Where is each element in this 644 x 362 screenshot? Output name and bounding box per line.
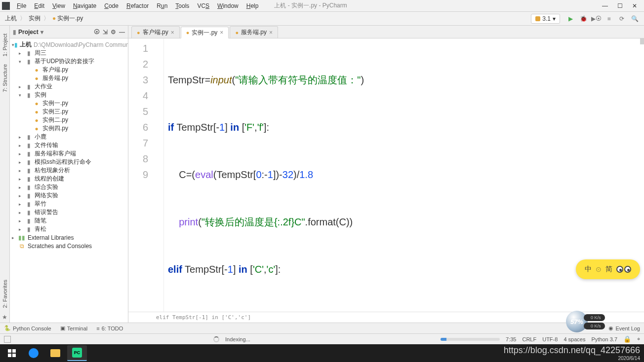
chevron-down-icon: ▾ — [553, 15, 556, 22]
maximize-button[interactable]: ☐ — [612, 1, 627, 11]
menu-file[interactable]: File — [13, 1, 30, 10]
update-running-button[interactable]: ⟳ — [617, 14, 627, 24]
editor-tab[interactable]: ●客户端.py× — [131, 26, 180, 38]
editor-area: ●客户端.py× ●实例一.py× ●服务端.py× 123456789 Tem… — [128, 26, 644, 323]
tree-folder[interactable]: ▸▮粘包现象分析 — [10, 166, 128, 175]
run-config-selector[interactable]: 3.1 ▾ — [531, 14, 560, 24]
app-logo — [2, 2, 10, 10]
taskbar-app[interactable] — [24, 345, 43, 361]
menu-run[interactable]: Run — [153, 1, 171, 10]
breadcrumb-file[interactable]: ●实例一.py — [50, 14, 85, 23]
run-with-coverage-button[interactable]: ▶⦿ — [591, 14, 601, 24]
tree-scratches[interactable]: ⧉Scratches and Consoles — [10, 242, 128, 250]
close-button[interactable]: ✕ — [627, 1, 642, 11]
menu-tools[interactable]: Tools — [171, 1, 193, 10]
chevron-down-icon[interactable]: ▾ — [40, 29, 43, 36]
goto-line-icon[interactable]: ⌖ — [637, 336, 640, 342]
project-header-title: Project — [18, 29, 39, 36]
favorites-star-icon: ★ — [2, 312, 7, 323]
code-editor[interactable]: 123456789 TempStr=input("请输入带有符号的温度值：") … — [128, 38, 644, 312]
tree-folder[interactable]: ▸▮大作业 — [10, 82, 128, 91]
project-panel: ▮ Project ▾ ⦿ ⇲ ⚙ — ▾▮上机D:\QMDownload\Py… — [10, 26, 128, 323]
tree-folder[interactable]: ▸▮网络实验 — [10, 191, 128, 200]
python-icon — [535, 16, 540, 21]
network-upload: 0 K/s — [584, 314, 605, 321]
todo-tab[interactable]: ≡ 6: TODO — [96, 326, 123, 331]
menu-refactor[interactable]: Refactor — [122, 1, 153, 10]
terminal-tab[interactable]: ▣ Terminal — [60, 325, 88, 331]
taskbar-pycharm[interactable]: PC — [67, 345, 87, 361]
status-line-ending[interactable]: CRLF — [522, 336, 536, 342]
close-icon[interactable]: × — [220, 29, 223, 36]
tree-external-libraries[interactable]: ▸▮▮External Libraries — [10, 233, 128, 242]
tree-file[interactable]: ●实例四.py — [10, 124, 128, 133]
status-indent[interactable]: 4 spaces — [564, 336, 585, 342]
tree-file[interactable]: ●实例三.py — [10, 108, 128, 116]
ime-widget[interactable]: 中 ⊙ 简 — [576, 259, 640, 279]
breadcrumb-folder[interactable]: 实例 — [27, 14, 42, 23]
tree-folder[interactable]: ▸▮周三 — [10, 49, 128, 57]
tree-folder[interactable]: ▸▮综合实验 — [10, 183, 128, 191]
hide-icon[interactable]: — — [119, 29, 125, 36]
tool-windows-quick-access-icon[interactable] — [4, 336, 11, 343]
project-panel-header: ▮ Project ▾ ⦿ ⇲ ⚙ — — [10, 26, 128, 38]
status-caret-position[interactable]: 7:35 — [506, 336, 516, 342]
stop-button[interactable]: ■ — [604, 14, 614, 24]
tree-folder[interactable]: ▸▮青松 — [10, 225, 128, 233]
tree-folder[interactable]: ▸▮模拟ssh远程执行命令 — [10, 158, 128, 166]
run-config-name: 3.1 — [542, 15, 551, 22]
tree-folder[interactable]: ▸▮错误警告 — [10, 208, 128, 217]
status-bar: Indexing... 7:35 CRLF UTF-8 4 spaces Pyt… — [0, 333, 644, 344]
start-button[interactable] — [2, 345, 22, 361]
menu-vcs[interactable]: VCS — [193, 1, 213, 10]
tree-folder[interactable]: ▸▮随笔 — [10, 217, 128, 225]
expand-all-icon[interactable]: ⇲ — [103, 29, 108, 36]
tree-file[interactable]: ●服务端.py — [10, 74, 128, 82]
tree-folder[interactable]: ▸▮小鹿 — [10, 133, 128, 141]
network-download: 0 K/s — [584, 323, 605, 329]
editor-tab-active[interactable]: ●实例一.py× — [181, 27, 229, 38]
readonly-lock-icon[interactable]: 🔒 — [623, 335, 631, 343]
debug-button[interactable]: 🐞 — [578, 14, 588, 24]
indexing-progress[interactable] — [441, 338, 500, 341]
menu-window[interactable]: Window — [213, 1, 242, 10]
editor-tabs: ●客户端.py× ●实例一.py× ●服务端.py× — [128, 26, 644, 38]
tree-file[interactable]: ●实例一.py — [10, 99, 128, 108]
tree-folder[interactable]: ▸▮翠竹 — [10, 200, 128, 208]
network-monitor-widget[interactable]: 57% 0 K/s 0 K/s — [566, 310, 615, 333]
tree-root[interactable]: ▾▮上机D:\QMDownload\PyCharm Communi — [10, 40, 128, 49]
taskbar-explorer[interactable] — [45, 345, 65, 361]
close-icon[interactable]: × — [269, 29, 273, 36]
spinner-icon — [213, 336, 219, 342]
tree-folder[interactable]: ▸▮线程的创建 — [10, 175, 128, 183]
search-everywhere-button[interactable]: 🔍 — [630, 14, 640, 24]
menu-code[interactable]: Code — [100, 1, 122, 10]
breadcrumb-root[interactable]: 上机 — [3, 14, 19, 23]
favorites-tool-tab[interactable]: 2: Favorites — [1, 276, 9, 312]
line-gutter: 123456789 — [128, 38, 156, 312]
status-interpreter[interactable]: Python 3.7 — [591, 336, 617, 342]
tree-folder[interactable]: ▾▮实例 — [10, 91, 128, 99]
menu-view[interactable]: View — [48, 1, 69, 10]
tree-folder[interactable]: ▾▮基于UDP协议的套接字 — [10, 57, 128, 66]
status-encoding[interactable]: UTF-8 — [542, 336, 558, 342]
settings-icon[interactable]: ⚙ — [111, 29, 116, 36]
menu-edit[interactable]: Edit — [30, 1, 48, 10]
editor-tab[interactable]: ●服务端.py× — [230, 26, 278, 38]
select-opened-file-icon[interactable]: ⦿ — [94, 29, 100, 36]
menu-navigate[interactable]: Navigate — [69, 1, 100, 10]
run-button[interactable]: ▶ — [565, 14, 575, 24]
python-console-tab[interactable]: 🐍 Python Console — [4, 325, 51, 331]
tree-folder[interactable]: ▸▮文件传输 — [10, 141, 128, 149]
bottom-tool-strip: 🐍 Python Console ▣ Terminal ≡ 6: TODO ◉ … — [0, 323, 644, 333]
left-tool-strip: 1: Project 7: Structure 2: Favorites ★ — [0, 26, 10, 323]
menu-help[interactable]: Help — [242, 1, 263, 10]
project-tree[interactable]: ▾▮上机D:\QMDownload\PyCharm Communi ▸▮周三 ▾… — [10, 38, 128, 323]
tree-file[interactable]: ●实例二.py — [10, 116, 128, 124]
project-tool-tab[interactable]: 1: Project — [1, 30, 9, 60]
tree-folder[interactable]: ▸▮服务端和客户端 — [10, 149, 128, 158]
close-icon[interactable]: × — [171, 29, 174, 36]
tree-file[interactable]: ●客户端.py — [10, 66, 128, 74]
minimize-button[interactable]: — — [598, 1, 612, 11]
structure-tool-tab[interactable]: 7: Structure — [1, 60, 9, 96]
